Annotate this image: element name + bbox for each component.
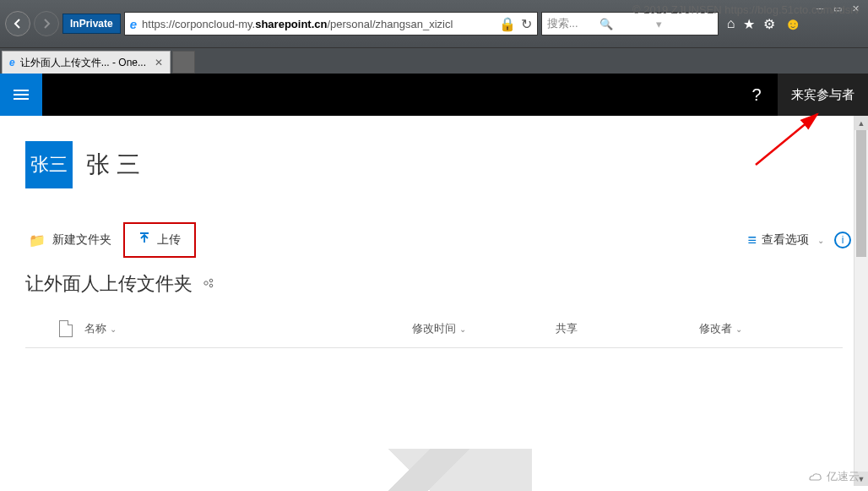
new-tab-button[interactable] — [172, 51, 195, 74]
sharepoint-header: ? 来宾参与者 — [0, 74, 868, 116]
upload-button[interactable]: 上传 — [127, 226, 193, 254]
table-header-row: 名称⌄ 修改时间⌄ 共享 修改者⌄ — [25, 310, 843, 348]
info-button[interactable]: i — [834, 232, 851, 248]
favorites-icon[interactable]: ★ — [743, 16, 755, 32]
chevron-down-icon: ⌄ — [735, 325, 742, 334]
chevron-down-icon: ⌄ — [110, 325, 117, 334]
new-folder-label: 新建文件夹 — [52, 232, 111, 248]
file-type-icon — [59, 320, 73, 337]
svg-point-1 — [209, 279, 213, 282]
home-icon[interactable]: ⌂ — [727, 16, 735, 31]
ie-favicon: e — [130, 17, 137, 31]
tab-close-icon[interactable]: ✕ — [155, 57, 163, 68]
tab-favicon: e — [9, 57, 15, 68]
inprivate-badge: InPrivate — [62, 14, 121, 34]
chevron-down-icon: ⌄ — [817, 236, 824, 245]
view-options-label: 查看选项 — [762, 232, 809, 248]
smiley-icon[interactable]: ☻ — [784, 14, 801, 34]
file-list-table: 名称⌄ 修改时间⌄ 共享 修改者⌄ — [0, 310, 868, 348]
folder-title-row: 让外面人上传文件夹 — [0, 266, 868, 310]
command-bar: 📁 新建文件夹 上传 ≡ 查看选项 ⌄ i — [0, 214, 868, 266]
column-author-header[interactable]: 修改者⌄ — [699, 321, 843, 336]
forward-button[interactable] — [34, 11, 59, 36]
app-launcher-button[interactable] — [0, 74, 42, 116]
scroll-thumb[interactable] — [856, 130, 866, 257]
site-logo: 张三 — [25, 141, 73, 188]
svg-point-2 — [209, 284, 213, 287]
refresh-icon[interactable]: ↻ — [521, 16, 532, 32]
upload-icon — [138, 232, 150, 248]
tab-title: 让外面人上传文件... - One... — [20, 56, 146, 70]
lock-icon: 🔒 — [499, 16, 516, 32]
column-modified-header[interactable]: 修改时间⌄ — [412, 321, 556, 336]
site-title: 张 三 — [86, 149, 140, 181]
search-placeholder: 搜索... — [547, 16, 600, 31]
watermark-copyright: © 2019 ZJUNSEN https://blog.51cto.com/rd… — [632, 3, 860, 16]
help-button[interactable]: ? — [735, 85, 778, 105]
browser-tab[interactable]: e 让外面人上传文件... - One... ✕ — [2, 51, 171, 74]
watermark-brand: 亿速云 — [806, 469, 860, 484]
back-button[interactable] — [5, 11, 30, 36]
share-icon[interactable] — [203, 277, 214, 292]
url-text: https://corponcloud-my.sharepoint.cn/per… — [142, 18, 494, 30]
scroll-up-button[interactable]: ▲ — [854, 116, 868, 130]
column-name-header[interactable]: 名称⌄ — [84, 321, 412, 336]
list-icon: ≡ — [747, 232, 757, 249]
address-bar[interactable]: e https://corponcloud-my.sharepoint.cn/p… — [124, 12, 538, 35]
folder-title: 让外面人上传文件夹 — [25, 271, 193, 297]
folder-icon: 📁 — [29, 232, 46, 248]
upload-label: 上传 — [157, 232, 181, 248]
site-header: 张三 张 三 — [0, 116, 868, 214]
guest-participant-label[interactable]: 来宾参与者 — [778, 74, 868, 116]
vertical-scrollbar[interactable]: ▲ ▼ — [854, 116, 868, 486]
hamburger-icon — [14, 90, 29, 100]
upload-highlight-annotation: 上传 — [123, 222, 196, 258]
column-share-header[interactable]: 共享 — [556, 321, 699, 336]
column-icon — [25, 320, 84, 337]
new-folder-button[interactable]: 📁 新建文件夹 — [17, 226, 123, 255]
svg-point-0 — [204, 281, 208, 284]
chevron-down-icon: ⌄ — [459, 325, 466, 334]
settings-icon[interactable]: ⚙ — [763, 16, 775, 32]
view-options-button[interactable]: ≡ 查看选项 ⌄ — [747, 232, 824, 249]
browser-tab-bar: e 让外面人上传文件... - One... ✕ — [0, 48, 868, 74]
search-icon[interactable]: 🔍 — [599, 18, 653, 30]
decorative-shadow — [312, 449, 532, 491]
